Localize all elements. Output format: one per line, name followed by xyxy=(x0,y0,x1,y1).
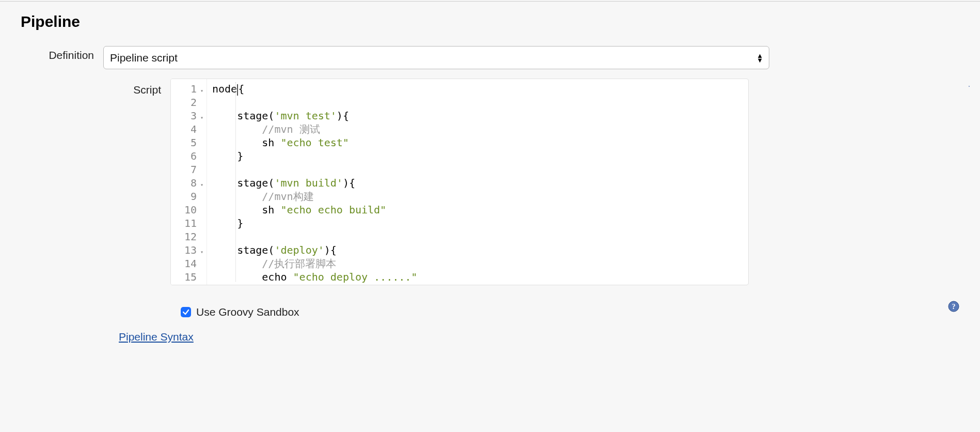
help-icon[interactable]: ? xyxy=(948,301,959,312)
svg-text:?: ? xyxy=(952,303,956,311)
gutter-line: 1▾ xyxy=(177,82,203,96)
definition-label: Definition xyxy=(10,46,103,61)
editor-gutter: 1▾23▾45678▾910111213▾1415 xyxy=(171,79,207,285)
gutter-line: 10 xyxy=(177,203,203,217)
editor-code-area[interactable]: node{ stage('mvn test'){ //mvn 测试 sh "ec… xyxy=(207,79,748,285)
gutter-line: 7 xyxy=(177,163,203,176)
gutter-line: 5 xyxy=(177,136,203,149)
script-label: Script xyxy=(10,79,170,96)
gutter-line: 9 xyxy=(177,190,203,203)
sandbox-checkbox-row: Use Groovy Sandbox xyxy=(181,306,299,318)
gutter-line: 3▾ xyxy=(177,109,203,122)
section-title-pipeline: Pipeline xyxy=(21,13,970,30)
gutter-line: 14 xyxy=(177,257,203,270)
script-row: Script 1▾23▾45678▾910111213▾1415 node{ s… xyxy=(10,79,970,285)
definition-select[interactable]: Pipeline scriptPipeline script from SCM xyxy=(103,46,769,69)
definition-row: Definition Pipeline scriptPipeline scrip… xyxy=(10,46,970,69)
help-icon[interactable]: ? xyxy=(958,79,970,90)
gutter-line: 11 xyxy=(177,217,203,230)
sandbox-checkbox-label: Use Groovy Sandbox xyxy=(196,306,299,318)
gutter-line: 8▾ xyxy=(177,176,203,190)
script-code-editor[interactable]: 1▾23▾45678▾910111213▾1415 node{ stage('m… xyxy=(170,79,749,285)
gutter-line: 6 xyxy=(177,149,203,163)
sandbox-checkbox[interactable] xyxy=(181,307,191,317)
gutter-line: 12 xyxy=(177,230,203,243)
gutter-line: 2 xyxy=(177,96,203,109)
pipeline-syntax-link[interactable]: Pipeline Syntax xyxy=(119,331,194,343)
gutter-line: 13▾ xyxy=(177,243,203,257)
gutter-line: 4 xyxy=(177,122,203,136)
gutter-line: 15 xyxy=(177,270,203,284)
